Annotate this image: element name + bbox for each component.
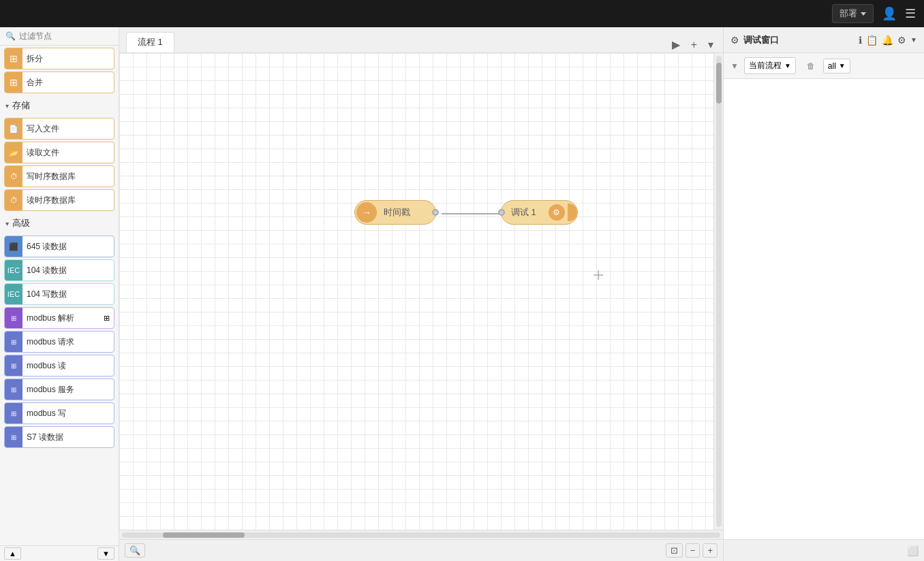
right-panel: ⚙ 调试窗口 ℹ 📋 🔔 ⚙ ▼ ▼ 当前流程 ▼ 🗑 all ▼ ⬜ <box>723 27 924 561</box>
modbus-parse-node[interactable]: ⊞ modbus 解析 ⊞ <box>4 307 114 329</box>
vscroll-thumb[interactable] <box>716 63 722 103</box>
scroll-down-button[interactable]: ▼ <box>97 547 114 560</box>
deploy-button[interactable]: 部署 <box>832 4 874 23</box>
add-node-plus[interactable]: + <box>593 264 604 286</box>
debug-right-cap <box>568 204 577 221</box>
debug-left-port <box>498 209 505 216</box>
645-read-label: 645 读数据 <box>22 241 99 253</box>
read-file-right <box>99 142 114 163</box>
right-panel-title-icon: ⚙ <box>730 35 739 46</box>
s7-read-label: S7 读数据 <box>22 432 99 443</box>
canvas-hscroll[interactable] <box>119 530 723 539</box>
all-select[interactable]: all ▼ <box>823 59 850 74</box>
debug-node[interactable]: 调试 1 ⚙ <box>501 200 578 225</box>
tab-bar: 流程 1 ▶ + ▾ <box>119 27 723 53</box>
tab-flow1[interactable]: 流程 1 <box>126 32 174 52</box>
section-storage-header[interactable]: ▾ 存储 <box>0 95 119 116</box>
split-icon: ⊞ <box>5 48 22 69</box>
right-panel-title: 调试窗口 <box>743 34 854 46</box>
menu-icon[interactable]: ☰ <box>905 6 916 21</box>
section-advanced-header[interactable]: ▾ 高级 <box>0 213 119 234</box>
modbus-write-node[interactable]: ⊞ modbus 写 <box>4 402 114 424</box>
split-label: 拆分 <box>22 53 99 65</box>
sidebar: 🔍 ⊞ 拆分 ⊞ 合并 ▾ 存储 📄 写入文件 <box>0 27 119 561</box>
canvas-vscroll[interactable] <box>713 53 723 530</box>
play-button[interactable]: ▶ <box>669 37 683 52</box>
645-read-node[interactable]: ⬛ 645 读数据 <box>4 236 114 257</box>
canvas-bottom-bar: 🔍 ⊡ − + <box>119 539 723 561</box>
debug-icon: ⚙ <box>549 204 565 221</box>
write-tsdb-label: 写时序数据库 <box>22 171 99 182</box>
104-write-label: 104 写数据 <box>22 289 99 300</box>
section-advanced-label: 高级 <box>12 217 30 229</box>
canvas[interactable]: → 时间戳 调试 1 ⚙ + <box>119 53 723 530</box>
gear-icon[interactable]: ⚙ <box>897 35 906 46</box>
read-tsdb-node[interactable]: ⏱ 读时序数据库 <box>4 189 114 211</box>
current-flow-label: 当前流程 <box>749 60 782 71</box>
write-file-node[interactable]: 📄 写入文件 <box>4 118 114 140</box>
add-tab-button[interactable]: + <box>688 37 700 52</box>
hscroll-thumb[interactable] <box>163 532 245 538</box>
merge-node[interactable]: ⊞ 合并 <box>4 71 114 93</box>
section-storage-label: 存储 <box>12 99 30 112</box>
modbus-parse-icon: ⊞ <box>5 308 22 328</box>
bell-icon[interactable]: 🔔 <box>882 35 893 46</box>
timestamp-node-inner: → 时间戳 <box>355 201 420 224</box>
vscroll-track <box>716 56 722 527</box>
modbus-server-icon: ⊞ <box>5 379 22 400</box>
104-write-right <box>99 284 114 304</box>
write-file-right <box>99 118 114 139</box>
search-bottom-button[interactable]: 🔍 <box>125 543 145 558</box>
split-right-cap <box>99 48 114 69</box>
104-read-label: 104 读数据 <box>22 265 99 276</box>
zoom-controls: ⊡ − + <box>666 543 718 558</box>
s7-read-icon: ⊞ <box>5 427 22 447</box>
scroll-up-button[interactable]: ▲ <box>4 547 21 560</box>
modbus-write-label: modbus 写 <box>22 408 99 419</box>
modbus-request-node[interactable]: ⊞ modbus 请求 <box>4 331 114 353</box>
timestamp-node[interactable]: → 时间戳 <box>354 200 436 225</box>
modbus-read-node[interactable]: ⊞ modbus 读 <box>4 355 114 376</box>
modbus-read-label: modbus 读 <box>22 360 99 372</box>
more-button[interactable]: ▾ <box>705 37 716 52</box>
merge-label: 合并 <box>22 77 99 89</box>
filter-icon: ▼ <box>730 61 739 71</box>
645-read-icon: ⬛ <box>5 236 22 257</box>
modbus-server-node[interactable]: ⊞ modbus 服务 <box>4 379 114 400</box>
filter-clear-label: 🗑 <box>807 61 815 71</box>
current-flow-select[interactable]: 当前流程 ▼ <box>744 57 796 74</box>
timestamp-icon: → <box>356 202 377 223</box>
timestamp-label: 时间戳 <box>378 206 420 219</box>
filter-input[interactable] <box>19 31 113 41</box>
fit-view-button[interactable]: ⊡ <box>666 543 683 558</box>
hscroll-track <box>122 532 720 538</box>
right-panel-content <box>724 79 924 539</box>
canvas-wrapper: → 时间戳 调试 1 ⚙ + <box>119 53 723 530</box>
all-dropdown-icon: ▼ <box>839 62 846 69</box>
split-node[interactable]: ⊞ 拆分 <box>4 48 114 69</box>
section-advanced-chevron: ▾ <box>5 220 9 227</box>
s7-read-node[interactable]: ⊞ S7 读数据 <box>4 426 114 448</box>
right-panel-toolbar: ▼ 当前流程 ▼ 🗑 all ▼ <box>724 53 924 79</box>
modbus-server-right <box>99 379 114 400</box>
read-file-node[interactable]: 📂 读取文件 <box>4 142 114 163</box>
info-icon[interactable]: ℹ <box>859 35 862 46</box>
zoom-out-button[interactable]: − <box>686 543 700 558</box>
write-tsdb-node[interactable]: ⏱ 写时序数据库 <box>4 165 114 187</box>
104-write-node[interactable]: IEC 104 写数据 <box>4 283 114 305</box>
s7-read-right <box>99 427 114 447</box>
copy-icon[interactable]: 📋 <box>866 35 878 46</box>
all-label: all <box>828 61 836 71</box>
read-tsdb-icon: ⏱ <box>5 190 22 210</box>
write-file-label: 写入文件 <box>22 123 99 135</box>
panel-expand-icon[interactable]: ▼ <box>910 36 917 44</box>
104-read-icon: IEC <box>5 260 22 280</box>
user-icon[interactable]: 👤 <box>882 6 897 21</box>
104-read-node[interactable]: IEC 104 读数据 <box>4 259 114 281</box>
104-read-right <box>99 260 114 280</box>
zoom-in-button[interactable]: + <box>703 543 718 558</box>
modbus-read-icon: ⊞ <box>5 355 22 376</box>
merge-icon: ⊞ <box>5 72 22 93</box>
modbus-request-label: modbus 请求 <box>22 336 99 348</box>
panel-bottom-button[interactable]: ⬜ <box>907 545 919 556</box>
